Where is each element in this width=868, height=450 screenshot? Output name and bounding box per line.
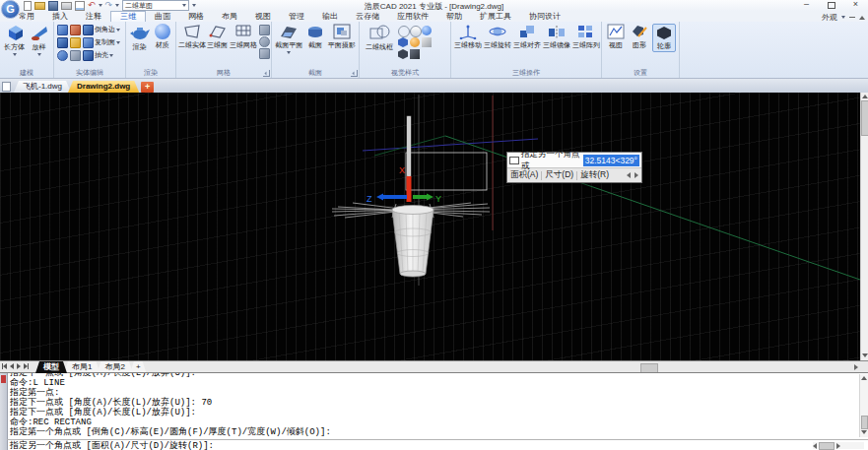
close-button[interactable]: × <box>843 0 868 10</box>
subtract-icon[interactable] <box>70 25 81 35</box>
tab-manage[interactable]: 管理 <box>280 11 313 22</box>
scroll-down-icon[interactable] <box>861 430 867 434</box>
option-prev-icon[interactable] <box>627 172 631 178</box>
last-tab-button[interactable] <box>24 363 29 369</box>
new-drawing-button[interactable]: + <box>141 82 154 93</box>
tab-cloud[interactable]: 云存储 <box>347 11 388 22</box>
option-area[interactable]: 面积(A) <box>510 169 538 181</box>
loft-button[interactable]: 放样 <box>28 24 50 56</box>
restore-button[interactable] <box>819 0 843 10</box>
app-logo-icon[interactable]: G <box>1 0 20 19</box>
chamfer-edge-button[interactable]: 倒角边 <box>83 25 120 35</box>
box-button[interactable]: 长方体 <box>3 24 26 56</box>
next-tab-button[interactable] <box>17 363 21 369</box>
command-history[interactable]: 指定下一点或 [角度(A)/长度(L)/放弃(U)]: 命令:L LINE 指定… <box>10 373 856 438</box>
tab-apps[interactable]: 应用软件 <box>388 11 437 22</box>
tab-view[interactable]: 视图 <box>246 11 280 22</box>
union-icon[interactable] <box>57 25 68 35</box>
sketchy-style-icon[interactable] <box>398 49 408 59</box>
flatshot-button[interactable]: 平面摄影 <box>327 24 356 50</box>
viewport-canvas[interactable]: X Z Y <box>0 93 860 360</box>
scroll-up-icon[interactable] <box>861 376 867 380</box>
document-list-icon[interactable] <box>2 82 11 92</box>
model-tab[interactable]: 模型 <box>35 361 67 373</box>
tab-layout[interactable]: 布局 <box>213 11 246 22</box>
hidden-style-icon[interactable] <box>410 26 422 37</box>
minimize-button[interactable]: – <box>794 0 819 10</box>
ruled-mesh-icon[interactable] <box>259 36 270 47</box>
dialog-launcher-icon[interactable] <box>351 70 358 77</box>
tab-insert[interactable]: 插入 <box>43 11 77 22</box>
3d-mesh-button[interactable]: 三维网格 <box>230 24 257 50</box>
intersect-icon[interactable] <box>57 37 68 48</box>
scroll-right-icon[interactable] <box>854 364 858 370</box>
xray-style-icon[interactable] <box>410 49 420 59</box>
copy-face-button[interactable]: 复制面 <box>83 37 120 48</box>
scroll-right-icon[interactable] <box>836 443 840 449</box>
3d-move-icon <box>459 24 477 39</box>
prev-tab-button[interactable] <box>10 363 14 369</box>
3d-move-button[interactable]: 三维移动 <box>454 24 482 50</box>
3d-face-button[interactable]: 三维面 <box>207 24 228 50</box>
slice-icon[interactable] <box>70 37 81 48</box>
tab-annotate[interactable]: 注释 <box>77 11 110 22</box>
tab-mesh[interactable]: 网格 <box>179 11 213 22</box>
doc-tab-feiji1[interactable]: 飞机-1.dwg <box>14 81 71 93</box>
scrollbar-thumb[interactable] <box>819 442 835 450</box>
wireframe-style-icon[interactable] <box>398 26 410 37</box>
doc-tab-drawing2[interactable]: Drawing2.dwg <box>68 81 139 93</box>
dynamic-input-value[interactable]: 32.5143<329° <box>583 155 639 166</box>
dialog-launcher-icon[interactable] <box>263 70 270 77</box>
graphics-button[interactable]: 图形 <box>629 24 650 50</box>
2d-solid-button[interactable]: 二维实体 <box>179 24 205 50</box>
fillet-edge-icon[interactable] <box>57 50 68 61</box>
tab-express[interactable]: 扩展工具 <box>471 11 520 22</box>
option-rotation[interactable]: 旋转(R) <box>580 169 609 181</box>
viewport-vertical-scrollbar[interactable] <box>860 93 868 360</box>
3d-rotate-button[interactable]: 三维旋转 <box>484 24 511 50</box>
panel-mesh: 二维实体 三维面 三维网格 <box>176 22 272 78</box>
collapse-ribbon-icon[interactable] <box>859 16 865 20</box>
material-button[interactable]: 材质 <box>152 24 172 50</box>
tab-3d[interactable]: 三维 <box>110 11 146 22</box>
option-next-icon[interactable] <box>634 172 638 178</box>
3d-array-button[interactable]: 三维阵列 <box>572 24 600 50</box>
tab-collaborate[interactable]: 协同设计 <box>520 11 569 22</box>
command-input-line[interactable]: 指定另一个角点或 [面积(A)/尺寸(D)/旋转(R)]: <box>10 441 214 450</box>
command-vertical-scrollbar[interactable] <box>859 374 868 437</box>
edge-mesh-icon[interactable] <box>259 48 270 59</box>
command-close-icon[interactable] <box>1 375 6 383</box>
view-button[interactable]: 视图 <box>605 24 627 50</box>
scroll-up-icon[interactable] <box>862 95 868 98</box>
scrollbar-thumb[interactable] <box>861 100 868 136</box>
solid-model[interactable] <box>392 206 434 278</box>
shaded-style-icon[interactable] <box>422 26 432 35</box>
tab-help[interactable]: 帮助 <box>437 11 471 22</box>
line-entity-navy[interactable] <box>363 139 538 151</box>
3d-align-button[interactable]: 三维对齐 <box>513 24 541 50</box>
2d-wireframe-button[interactable]: 二维线框 <box>363 24 396 52</box>
3d-mirror-button[interactable]: 三维镜像 <box>543 24 570 50</box>
shell-button[interactable]: 抽壳 <box>83 50 113 61</box>
minimize-ribbon-icon[interactable] <box>849 17 855 18</box>
first-tab-button[interactable] <box>2 363 7 369</box>
scroll-down-icon[interactable] <box>862 354 868 357</box>
render-button[interactable]: 渲染 <box>129 24 150 52</box>
silhouette-button[interactable]: 轮廓 <box>652 24 676 52</box>
scroll-left-icon[interactable] <box>813 443 817 449</box>
shades-of-gray-style-icon[interactable] <box>422 37 432 47</box>
realistic-style-icon[interactable] <box>398 37 408 47</box>
conceptual-style-icon[interactable] <box>410 37 420 47</box>
section-icon <box>306 24 324 39</box>
command-window[interactable]: 指定下一点或 [角度(A)/长度(L)/放弃(U)]: 命令:L LINE 指定… <box>0 372 868 450</box>
scrollbar-thumb[interactable] <box>861 416 868 429</box>
section-button[interactable]: 截面 <box>305 24 326 50</box>
tab-output[interactable]: 输出 <box>313 11 347 22</box>
tab-surface[interactable]: 曲面 <box>146 11 179 22</box>
option-dimensions[interactable]: 尺寸(D) <box>545 169 573 181</box>
taper-face-icon[interactable] <box>70 50 81 61</box>
section-plane-button[interactable]: 截面平面 <box>275 24 303 54</box>
loft-icon <box>30 24 49 41</box>
command-horizontal-scrollbar[interactable] <box>813 442 864 449</box>
revolved-mesh-icon[interactable] <box>259 25 270 35</box>
